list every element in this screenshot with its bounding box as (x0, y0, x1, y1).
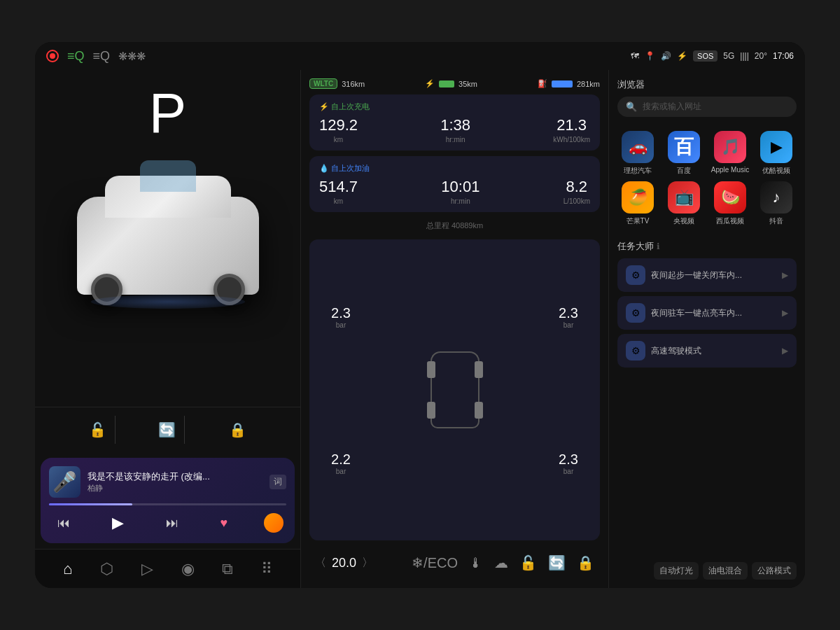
defrost-button[interactable]: ☁ (494, 554, 508, 571)
heat-button[interactable]: 🌡 (469, 555, 483, 571)
electric-icon: ⚡ (425, 79, 435, 88)
app-cctv-icon: 📺 (668, 181, 700, 214)
temp-increase[interactable]: 〉 (362, 556, 373, 570)
app-douyin[interactable]: ♪ 抖音 (756, 181, 797, 226)
electric-value: 35km (458, 80, 477, 88)
since-charge-title: ⚡ 自上次充电 (319, 102, 590, 112)
app-xigua[interactable]: 🍉 西瓜视频 (710, 181, 750, 226)
music-text: 我是不是该安静的走开 (改编... 柏静 (88, 470, 262, 493)
tire-fl-unit: bar (316, 321, 365, 329)
task-label-1: 夜间起步一键关闭车内... (651, 270, 776, 281)
app-mango-label: 芒果TV (626, 216, 650, 226)
app-douyin-label: 抖音 (769, 216, 783, 226)
electric-range: ⚡ 35km (425, 79, 477, 88)
fuel-time-unit: hr:min (441, 197, 479, 205)
sos-button[interactable]: SOS (693, 50, 718, 62)
refresh-button[interactable]: 🔄 (548, 554, 566, 571)
range-bar: WLTC 316km ⚡ 35km ⛽ 281km (309, 78, 600, 89)
tire-grid: 2.3 bar 2.3 (316, 246, 593, 533)
tire-rear-left: 2.2 bar (316, 451, 365, 475)
status-left: ≡Q ≡Q ❋❋❋ (46, 49, 631, 64)
app-apple-music[interactable]: 🎵 Apple Music (710, 131, 750, 176)
nav-navi[interactable]: ▷ (133, 554, 162, 584)
app-baidu[interactable]: 百 百度 (664, 131, 704, 176)
lyrics-button[interactable]: 词 (270, 475, 286, 489)
charge-efficiency-value: 21.3 (553, 116, 590, 134)
bluetooth-icon: ⚡ (677, 51, 687, 61)
lock2-button[interactable]: 🔓 (519, 554, 537, 571)
prev-button[interactable]: ⏮ (52, 513, 76, 533)
lock-toggle-button[interactable]: 🔄 (150, 416, 185, 444)
search-bar[interactable]: 🔍 搜索或输入网址 (617, 97, 797, 117)
fuel-distance-unit: km (319, 197, 358, 205)
auto-lights-button[interactable]: 自动灯光 (654, 562, 699, 580)
network-label: 5G (723, 51, 734, 61)
fuel-consumption: 8.2 L/100km (564, 178, 590, 205)
task-label-2: 夜间驻车一键点亮车内... (651, 307, 776, 319)
app-apple-music-icon: 🎵 (714, 131, 746, 163)
app-youku-icon: ▶ (760, 131, 792, 163)
search-icon: 🔍 (626, 102, 637, 112)
like-button[interactable]: ♥ (214, 513, 233, 533)
temp-decrease[interactable]: 〈 (315, 556, 326, 570)
charge-time-value: 1:38 (440, 116, 470, 134)
tire-front-right: 2.3 bar (544, 305, 593, 329)
music-player: 🎤 我是不是该安静的走开 (改编... 柏静 词 ⏮ ▶ ⏭ ♥ (41, 458, 295, 543)
nav-connect[interactable]: ⧉ (214, 554, 241, 584)
temperature-control[interactable]: 〈 20.0 〉 (315, 556, 373, 570)
app-douyin-icon: ♪ (760, 181, 792, 214)
tire-fr-unit: bar (544, 321, 593, 329)
app-youku[interactable]: ▶ 优酷视频 (756, 131, 797, 176)
task-item-1[interactable]: ⚙ 夜间起步一键关闭车内... ▶ (617, 258, 797, 292)
task-icon-2: ⚙ (626, 303, 645, 323)
volume-icon: 🔊 (661, 51, 671, 61)
fuel-consumption-value: 8.2 (564, 178, 590, 196)
task-label-3: 高速驾驶模式 (651, 345, 776, 357)
unlock-button[interactable]: 🔓 (80, 416, 115, 444)
icon-2: ≡Q (93, 49, 111, 64)
car-controls: 🔓 🔄 🔒 (35, 407, 300, 452)
app-youku-label: 优酷视频 (762, 166, 790, 176)
app-cctv[interactable]: 📺 央视频 (664, 181, 704, 226)
browser-section: 浏览器 🔍 搜索或输入网址 (617, 78, 797, 124)
play-button[interactable]: ▶ (106, 511, 130, 535)
charge-stats: 129.2 km 1:38 hr:min 21.3 kWh/100km (319, 116, 590, 144)
gear-indicator: P (149, 81, 186, 146)
fuel-stats: 514.7 km 10:01 hr:min 8.2 L/100km (319, 178, 590, 205)
wltc-range: WLTC 316km (309, 78, 365, 89)
nav-more[interactable]: ⠿ (253, 554, 281, 584)
app-baidu-icon: 百 (668, 131, 700, 163)
center-bottom-controls: 〈 20.0 〉 ❄/ECO 🌡 ☁ 🔓 🔄 🔒 (309, 546, 600, 580)
music-avatar (264, 513, 284, 533)
since-fuel-title: 💧 自上次加油 (319, 163, 590, 174)
icon-3: ❋❋❋ (118, 50, 146, 63)
wltc-badge: WLTC (309, 78, 337, 89)
tire-pressure-section: 2.3 bar 2.3 (309, 239, 600, 540)
location-icon: 📍 (645, 51, 655, 61)
lock-button[interactable]: 🔒 (220, 416, 255, 444)
task-item-2[interactable]: ⚙ 夜间驻车一键点亮车内... ▶ (617, 296, 797, 330)
nav-car[interactable]: ◉ (173, 554, 203, 584)
app-apple-music-label: Apple Music (711, 166, 749, 174)
task-item-3[interactable]: ⚙ 高速驾驶模式 ▶ (617, 334, 797, 368)
hybrid-button[interactable]: 油电混合 (703, 562, 748, 580)
app-mango[interactable]: 🥭 芒果TV (617, 181, 658, 226)
lock3-button[interactable]: 🔒 (577, 554, 594, 571)
app-lixiang[interactable]: 🚗 理想汽车 (617, 131, 658, 176)
task-title: 任务大师 ℹ (617, 240, 797, 253)
left-panel: P 🔓 🔄 🔒 (35, 70, 301, 588)
nav-icon: 🗺 (631, 51, 639, 61)
fuel-consumption-unit: L/100km (564, 197, 590, 205)
charge-distance-value: 129.2 (319, 116, 358, 134)
bottom-icons: ❄/ECO 🌡 ☁ 🔓 🔄 🔒 (412, 554, 594, 571)
music-progress-bar[interactable] (49, 503, 286, 505)
nav-apps[interactable]: ⬡ (92, 554, 122, 584)
nav-home[interactable]: ⌂ (55, 554, 80, 584)
next-button[interactable]: ⏭ (160, 513, 184, 533)
car-display: P (35, 70, 300, 407)
fuel-icon: ⛽ (538, 79, 547, 88)
road-mode-button[interactable]: 公路模式 (752, 562, 797, 580)
fuel-time: 10:01 hr:min (441, 178, 479, 205)
ac-button[interactable]: ❄/ECO (412, 554, 458, 571)
signal-bars: |||| (740, 51, 748, 61)
